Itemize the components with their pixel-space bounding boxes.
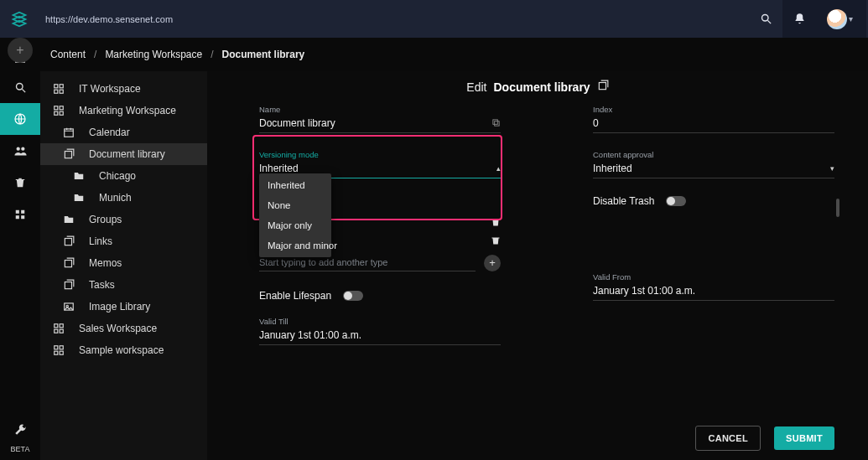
cancel-button[interactable]: CANCEL — [695, 426, 761, 451]
submit-button[interactable]: SUBMIT — [774, 426, 834, 450]
enable-lifespan-toggle[interactable] — [343, 291, 363, 301]
folder-icon — [62, 213, 75, 226]
svg-rect-12 — [60, 90, 63, 93]
tree-item-label: Image Library — [89, 301, 150, 313]
field-name: Name Document library — [259, 105, 501, 133]
svg-rect-19 — [65, 239, 71, 246]
tree-item[interactable]: Groups — [40, 209, 207, 230]
field-content-approval: Content approval Inherited ▾ — [593, 150, 834, 178]
user-menu[interactable]: ▾ — [816, 0, 866, 38]
copy-icon[interactable] — [491, 118, 501, 129]
svg-rect-17 — [65, 129, 74, 137]
tree-item[interactable]: IT Workspace — [40, 78, 207, 100]
library-icon — [62, 147, 75, 161]
svg-rect-9 — [55, 85, 58, 88]
svg-rect-27 — [60, 329, 63, 333]
workspace-icon — [52, 82, 65, 96]
tree-item[interactable]: Munich — [40, 187, 207, 209]
opt-none[interactable]: None — [259, 195, 331, 215]
svg-rect-13 — [55, 106, 58, 110]
delete-icon[interactable] — [491, 235, 501, 248]
tree-item[interactable]: Image Library — [40, 296, 207, 318]
svg-point-0 — [761, 15, 768, 22]
valid-till-input[interactable]: January 1st 01:00 a.m. — [259, 328, 501, 345]
opt-major[interactable]: Major only — [259, 215, 331, 235]
svg-rect-29 — [60, 346, 63, 349]
crumb-1[interactable]: Marketing Workspace — [105, 49, 202, 60]
svg-rect-31 — [60, 351, 63, 354]
library-icon — [62, 235, 75, 248]
tree-item-label: Sales Workspace — [79, 323, 157, 334]
svg-rect-26 — [55, 329, 58, 333]
chevron-down-icon: ▾ — [830, 164, 834, 173]
svg-rect-33 — [495, 121, 500, 126]
tree-item[interactable]: Marketing Workspace — [40, 100, 207, 121]
library-icon — [62, 278, 75, 292]
field-index: Index 0 — [593, 105, 834, 133]
content-panel: Edit Document library Name Document libr… — [207, 71, 868, 460]
tree-item-label: Links — [89, 235, 112, 247]
opt-inherited[interactable]: Inherited — [259, 175, 331, 195]
valid-from-input[interactable]: January 1st 01:00 a.m. — [593, 283, 834, 301]
crumb-2[interactable]: Document library — [222, 49, 305, 60]
svg-rect-16 — [60, 111, 63, 115]
index-input[interactable]: 0 — [593, 116, 834, 133]
breadcrumb: Content / Marketing Workspace / Document… — [0, 38, 868, 71]
opt-major-minor[interactable]: Major and minor — [259, 235, 331, 256]
name-input[interactable]: Document library — [259, 116, 501, 133]
tree-item[interactable]: Document library — [40, 143, 207, 165]
tree-item-label: IT Workspace — [79, 83, 141, 95]
globe-rail[interactable] — [0, 103, 40, 135]
beta-label: BETA — [11, 445, 30, 453]
calendar-icon — [62, 126, 75, 139]
svg-rect-28 — [55, 346, 58, 349]
workspace-icon — [52, 344, 65, 357]
svg-rect-8 — [21, 215, 24, 219]
image-icon — [62, 300, 75, 313]
workspace-icon — [52, 322, 65, 335]
search-rail[interactable] — [0, 71, 40, 103]
crumb-0[interactable]: Content — [50, 49, 86, 60]
topbar: https://dev.demo.sensenet.com ▾ — [0, 0, 868, 38]
svg-rect-18 — [65, 152, 71, 158]
settings-rail[interactable] — [0, 413, 40, 445]
svg-rect-21 — [65, 282, 71, 289]
field-valid-till: Valid Till January 1st 01:00 a.m. — [259, 317, 501, 345]
tree-item[interactable]: Calendar — [40, 121, 207, 143]
logo[interactable] — [0, 0, 39, 38]
tree-item[interactable]: Sample workspace — [40, 339, 207, 361]
search-icon[interactable] — [749, 0, 782, 38]
content-approval-select[interactable]: Inherited ▾ — [593, 161, 834, 178]
notifications-icon[interactable] — [782, 0, 816, 38]
folder-icon — [72, 191, 86, 204]
enable-lifespan-row: Enable Lifespan — [259, 290, 501, 302]
content-title: Edit Document library — [207, 75, 868, 100]
apps-rail[interactable] — [0, 199, 40, 230]
field-versioning: Versioning mode Inherited ▴ Inherited No… — [259, 150, 501, 178]
svg-rect-24 — [55, 324, 58, 328]
groups-rail[interactable] — [0, 135, 40, 167]
tree-item-label: Munich — [99, 192, 132, 204]
add-type-button[interactable]: + — [484, 255, 501, 271]
svg-rect-34 — [493, 119, 498, 124]
tree-item[interactable]: Sales Workspace — [40, 318, 207, 339]
tree-item-label: Calendar — [89, 127, 130, 138]
scrollbar-thumb[interactable] — [836, 199, 839, 217]
tree-item[interactable]: Memos — [40, 252, 207, 274]
svg-rect-15 — [55, 111, 58, 115]
tree-item-label: Tasks — [89, 279, 115, 291]
disable-trash-row: Disable Trash — [593, 195, 834, 207]
tree-item[interactable]: Tasks — [40, 274, 207, 296]
form-footer: CANCEL SUBMIT — [207, 416, 868, 460]
add-button[interactable]: + — [8, 38, 33, 63]
svg-point-3 — [16, 147, 19, 150]
library-icon — [62, 256, 75, 270]
library-icon — [597, 80, 609, 95]
delete-icon[interactable] — [491, 217, 501, 230]
tree-item[interactable]: Links — [40, 230, 207, 252]
disable-trash-toggle[interactable] — [666, 196, 686, 206]
chevron-up-icon: ▴ — [496, 164, 501, 173]
trash-rail[interactable] — [0, 167, 40, 199]
tree-item-label: Memos — [89, 257, 122, 269]
tree-item[interactable]: Chicago — [40, 165, 207, 187]
